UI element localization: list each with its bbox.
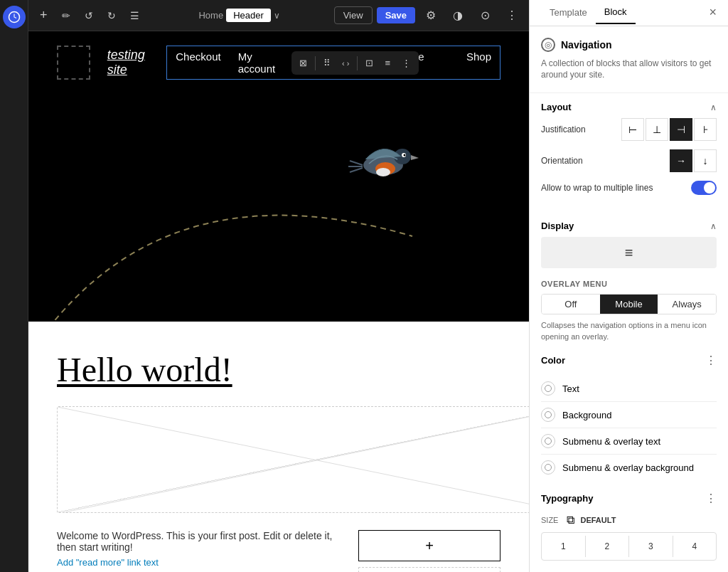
size-4-button[interactable]: 4 bbox=[673, 536, 717, 557]
display-section-header[interactable]: Display ∧ bbox=[530, 212, 728, 237]
header-block[interactable]: testing site Checkout My account New Pro… bbox=[28, 31, 529, 94]
add-read-more-link[interactable]: Add "read more" link text bbox=[57, 557, 344, 568]
tab-template[interactable]: Template bbox=[541, 1, 596, 23]
overlay-menu-buttons: Off Mobile Always bbox=[541, 294, 717, 314]
overlay-mobile-button[interactable]: Mobile bbox=[600, 295, 658, 314]
size-1-button[interactable]: 1 bbox=[542, 536, 585, 557]
size-2-button[interactable]: 2 bbox=[585, 536, 629, 557]
block-info-section: ◎ Navigation A collection of blocks that… bbox=[530, 26, 728, 94]
navigation-block-icon: ◎ bbox=[541, 38, 555, 52]
tab-block[interactable]: Block bbox=[596, 1, 636, 24]
size-ruler: 1 2 3 4 bbox=[541, 532, 717, 561]
right-panel: Template Block × ◎ Navigation A collecti… bbox=[529, 0, 728, 572]
pencil-icon: ✏ bbox=[62, 10, 70, 21]
color-background-option[interactable]: Background bbox=[541, 402, 717, 428]
panel-close-button[interactable]: × bbox=[709, 5, 717, 20]
breadcrumb-current[interactable]: Header bbox=[226, 9, 271, 22]
color-section-header[interactable]: Color ⋮ bbox=[541, 354, 717, 367]
wrap-label: Allow to wrap to multiple lines bbox=[541, 183, 653, 193]
site-title[interactable]: testing site bbox=[107, 48, 167, 78]
justify-space-button[interactable]: ⊦ bbox=[694, 118, 717, 141]
color-text-option[interactable]: Text bbox=[541, 376, 717, 402]
redo-button[interactable]: ↻ bbox=[102, 6, 122, 26]
color-submenu-bg-circle bbox=[541, 460, 555, 475]
justification-buttons: ⊢ ⊥ ⊣ ⊦ bbox=[621, 118, 717, 141]
transform-block-button[interactable]: ⊠ bbox=[294, 54, 312, 72]
drag-handle-button[interactable]: ⠿ bbox=[318, 54, 336, 72]
read-more-button[interactable]: + bbox=[358, 530, 500, 561]
color-title: Color bbox=[541, 355, 565, 366]
svg-point-7 bbox=[404, 154, 406, 157]
typography-more-icon[interactable]: ⋮ bbox=[705, 492, 717, 505]
tools-icon: ⊙ bbox=[481, 9, 490, 22]
justify-center-button[interactable]: ⊥ bbox=[646, 118, 668, 141]
redo-icon: ↻ bbox=[107, 10, 116, 21]
size-3-button[interactable]: 3 bbox=[628, 536, 673, 557]
hero-bird bbox=[344, 129, 422, 194]
more-block-options-button[interactable]: ⋮ bbox=[397, 54, 416, 72]
color-text-circle bbox=[541, 381, 555, 396]
list-view-button[interactable]: ☰ bbox=[124, 6, 145, 26]
wp-logo[interactable] bbox=[3, 6, 26, 28]
canvas-area[interactable]: ⊠ ⠿ ‹ › ⊡ ≡ ⋮ testing site bbox=[28, 31, 529, 572]
display-section: ≡ bbox=[530, 237, 728, 280]
breadcrumb-home[interactable]: Home bbox=[198, 10, 223, 21]
color-section: Color ⋮ Text Background Submenu & overla… bbox=[530, 354, 728, 492]
layout-section-header[interactable]: Layout ∧ bbox=[530, 93, 728, 118]
nav-link-checkout[interactable]: Checkout bbox=[176, 51, 220, 75]
placeholder-lines-svg bbox=[58, 407, 529, 513]
size-row: SIZE ⧉ DEFAULT bbox=[541, 514, 717, 526]
nav-link-shop[interactable]: Shop bbox=[466, 51, 491, 75]
top-toolbar: + ✏ ↺ ↻ ☰ Home Header ∨ View Save ⚙ ◑ bbox=[28, 0, 529, 31]
ellipsis-icon: ⋮ bbox=[506, 9, 518, 22]
orientation-row: Orientation → ↓ bbox=[541, 149, 717, 172]
typography-header[interactable]: Typography ⋮ bbox=[541, 492, 717, 505]
color-more-icon[interactable]: ⋮ bbox=[705, 354, 717, 367]
hero-section bbox=[28, 94, 529, 322]
sliders-icon[interactable]: ⧉ bbox=[567, 514, 574, 526]
undo-icon: ↺ bbox=[85, 10, 93, 21]
move-up-down-button[interactable]: ‹ › bbox=[337, 55, 354, 71]
size-default-label: DEFAULT bbox=[580, 516, 616, 524]
content-area: Hello world! Welcome to WordPress. This … bbox=[28, 322, 529, 572]
orient-vertical-button[interactable]: ↓ bbox=[694, 149, 717, 172]
overlay-always-button[interactable]: Always bbox=[658, 295, 716, 314]
view-button[interactable]: View bbox=[334, 6, 373, 24]
align-button[interactable]: ≡ bbox=[380, 54, 395, 72]
display-title: Display bbox=[541, 221, 574, 231]
transform-icon: ⊠ bbox=[299, 58, 307, 68]
color-submenu-text-option[interactable]: Submenu & overlay text bbox=[541, 428, 717, 455]
save-button[interactable]: Save bbox=[377, 7, 415, 23]
styles-button[interactable]: ◑ bbox=[446, 4, 469, 27]
justify-left-button[interactable]: ⊢ bbox=[621, 118, 644, 141]
orient-horizontal-button[interactable]: → bbox=[670, 149, 692, 172]
wrap-toggle-row: Allow to wrap to multiple lines bbox=[541, 181, 717, 195]
edit-button[interactable]: ✏ bbox=[56, 6, 76, 26]
svg-line-9 bbox=[58, 407, 529, 513]
main-wrapper: + ✏ ↺ ↻ ☰ Home Header ∨ View Save ⚙ ◑ bbox=[28, 0, 529, 572]
wrap-toggle[interactable] bbox=[691, 181, 717, 195]
layout-chevron-icon: ∧ bbox=[710, 102, 717, 112]
read-more-placeholder bbox=[358, 567, 500, 572]
resize-button[interactable]: ⊡ bbox=[360, 54, 378, 72]
color-submenu-bg-option[interactable]: Submenu & overlay background bbox=[541, 455, 717, 480]
nav-link-myaccount[interactable]: My account bbox=[238, 51, 291, 75]
add-block-button[interactable]: + bbox=[34, 4, 53, 27]
svg-line-8 bbox=[58, 407, 529, 513]
hamburger-icon: ≡ bbox=[625, 245, 633, 261]
justify-right-button[interactable]: ⊣ bbox=[670, 118, 692, 141]
post-bottom-area: Welcome to WordPress. This is your first… bbox=[57, 530, 500, 572]
more-options-button[interactable]: ⋮ bbox=[500, 4, 523, 27]
color-submenu-text-label: Submenu & overlay text bbox=[562, 436, 660, 447]
toolbar-divider-2 bbox=[357, 56, 358, 70]
post-excerpt-text: Welcome to WordPress. This is your first… bbox=[57, 530, 344, 553]
toolbar-divider bbox=[315, 56, 316, 70]
undo-button[interactable]: ↺ bbox=[79, 6, 99, 26]
justification-label: Justification bbox=[541, 125, 586, 134]
color-submenu-text-circle bbox=[541, 434, 555, 448]
post-title[interactable]: Hello world! bbox=[57, 350, 500, 389]
overlay-off-button[interactable]: Off bbox=[542, 295, 600, 314]
settings-button[interactable]: ⚙ bbox=[419, 4, 442, 27]
post-text-col: Welcome to WordPress. This is your first… bbox=[57, 530, 344, 568]
tools-button[interactable]: ⊙ bbox=[473, 4, 496, 27]
